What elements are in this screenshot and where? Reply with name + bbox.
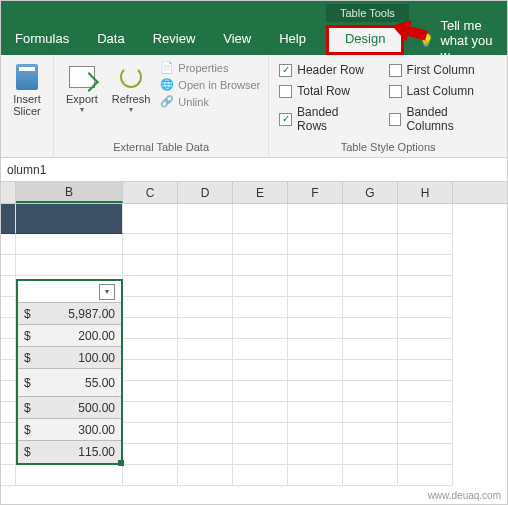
- cell[interactable]: [288, 234, 343, 255]
- cell[interactable]: [178, 465, 233, 486]
- table-row[interactable]: $55.00: [18, 369, 121, 397]
- cell[interactable]: [233, 381, 288, 402]
- cell[interactable]: [398, 360, 453, 381]
- cell[interactable]: [1, 318, 16, 339]
- cell[interactable]: [288, 297, 343, 318]
- col-header-C[interactable]: C: [123, 182, 178, 203]
- cell[interactable]: [398, 402, 453, 423]
- cell[interactable]: [288, 255, 343, 276]
- cell[interactable]: [398, 318, 453, 339]
- cell[interactable]: [123, 255, 178, 276]
- cell[interactable]: [123, 339, 178, 360]
- cell[interactable]: [1, 297, 16, 318]
- tab-help[interactable]: Help: [265, 25, 320, 55]
- cell[interactable]: [1, 444, 16, 465]
- cell[interactable]: [343, 444, 398, 465]
- table-row[interactable]: $5,987.00: [18, 303, 121, 325]
- cell[interactable]: [233, 423, 288, 444]
- cell[interactable]: [288, 339, 343, 360]
- table-row[interactable]: $100.00: [18, 347, 121, 369]
- cell[interactable]: [1, 255, 16, 276]
- cell[interactable]: [178, 204, 233, 234]
- cell[interactable]: [343, 360, 398, 381]
- cell[interactable]: [1, 381, 16, 402]
- cell[interactable]: [398, 204, 453, 234]
- cell[interactable]: [178, 402, 233, 423]
- tab-review[interactable]: Review: [139, 25, 210, 55]
- cell[interactable]: [16, 255, 123, 276]
- cell[interactable]: [233, 360, 288, 381]
- cell[interactable]: [233, 444, 288, 465]
- cell[interactable]: [233, 234, 288, 255]
- cell[interactable]: [123, 444, 178, 465]
- cell[interactable]: [123, 204, 178, 234]
- checkbox-last-column[interactable]: Last Column: [389, 84, 497, 98]
- cell[interactable]: [1, 339, 16, 360]
- tab-data[interactable]: Data: [83, 25, 138, 55]
- excel-table[interactable]: ▾ $5,987.00 $200.00 $100.00 $55.00 $500.…: [16, 279, 123, 465]
- cell[interactable]: [233, 318, 288, 339]
- cell[interactable]: [288, 276, 343, 297]
- formula-bar[interactable]: olumn1: [1, 158, 507, 182]
- cell[interactable]: [398, 423, 453, 444]
- cell[interactable]: [16, 204, 123, 234]
- cell[interactable]: [398, 339, 453, 360]
- cell[interactable]: [288, 402, 343, 423]
- cell[interactable]: [123, 402, 178, 423]
- tab-view[interactable]: View: [209, 25, 265, 55]
- cell[interactable]: [343, 381, 398, 402]
- cell[interactable]: [288, 444, 343, 465]
- cell[interactable]: [178, 234, 233, 255]
- cell[interactable]: [288, 318, 343, 339]
- cell[interactable]: [1, 423, 16, 444]
- cell[interactable]: [1, 276, 16, 297]
- cell[interactable]: [1, 234, 16, 255]
- cell[interactable]: [288, 423, 343, 444]
- cell[interactable]: [1, 204, 16, 234]
- cell[interactable]: [233, 276, 288, 297]
- cell[interactable]: [343, 255, 398, 276]
- cell[interactable]: [123, 297, 178, 318]
- checkbox-first-column[interactable]: First Column: [389, 63, 497, 77]
- cell[interactable]: [343, 297, 398, 318]
- table-row[interactable]: $300.00: [18, 419, 121, 441]
- col-header-E[interactable]: E: [233, 182, 288, 203]
- col-header-H[interactable]: H: [398, 182, 453, 203]
- cell[interactable]: [398, 381, 453, 402]
- cell[interactable]: [343, 204, 398, 234]
- checkbox-banded-columns[interactable]: Banded Columns: [389, 105, 497, 133]
- cell[interactable]: [178, 381, 233, 402]
- cell[interactable]: [398, 276, 453, 297]
- cell[interactable]: [233, 339, 288, 360]
- col-header-B[interactable]: B: [16, 182, 123, 203]
- cell[interactable]: [178, 318, 233, 339]
- tab-formulas[interactable]: Formulas: [1, 25, 83, 55]
- export-button[interactable]: Export ▾: [62, 61, 102, 116]
- cell[interactable]: [343, 465, 398, 486]
- cell[interactable]: [123, 318, 178, 339]
- checkbox-header-row[interactable]: Header Row: [279, 63, 370, 77]
- table-resize-handle[interactable]: [118, 460, 124, 466]
- cell[interactable]: [398, 444, 453, 465]
- cell[interactable]: [178, 423, 233, 444]
- col-header-F[interactable]: F: [288, 182, 343, 203]
- cell[interactable]: [123, 465, 178, 486]
- cell[interactable]: [398, 234, 453, 255]
- cell[interactable]: [343, 423, 398, 444]
- cell[interactable]: [123, 234, 178, 255]
- cell[interactable]: [123, 423, 178, 444]
- table-row[interactable]: $115.00: [18, 441, 121, 463]
- checkbox-total-row[interactable]: Total Row: [279, 84, 370, 98]
- table-header-row[interactable]: ▾: [18, 281, 121, 303]
- cell[interactable]: [398, 255, 453, 276]
- col-header-G[interactable]: G: [343, 182, 398, 203]
- table-row[interactable]: $200.00: [18, 325, 121, 347]
- cell[interactable]: [178, 360, 233, 381]
- cell[interactable]: [288, 360, 343, 381]
- col-header-edge[interactable]: [1, 182, 16, 203]
- cell[interactable]: [1, 360, 16, 381]
- cell[interactable]: [1, 402, 16, 423]
- table-row[interactable]: $500.00: [18, 397, 121, 419]
- cell[interactable]: [233, 297, 288, 318]
- cell[interactable]: [288, 204, 343, 234]
